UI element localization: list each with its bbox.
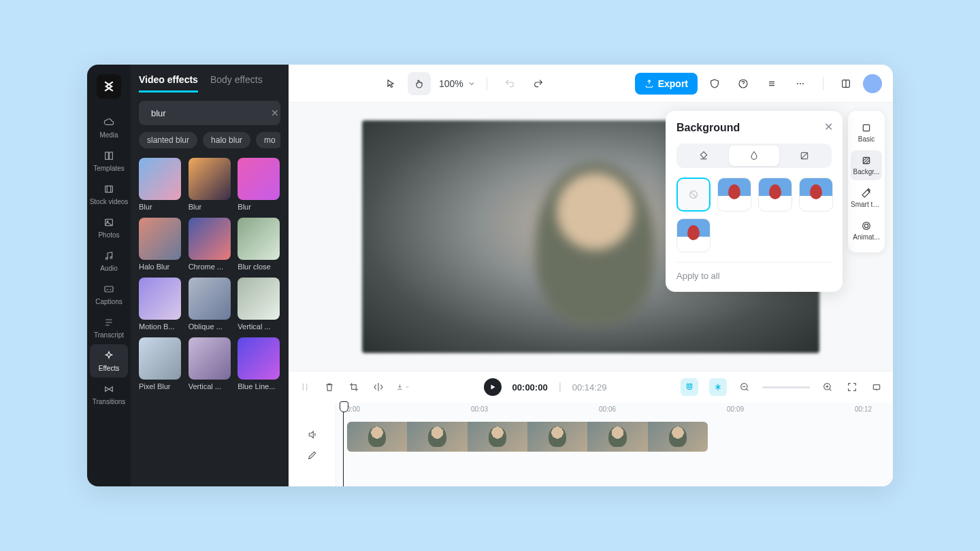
nav-sidebar: Media Templates Stock videos Photos Audi… xyxy=(87,65,131,486)
search-box[interactable]: ✕ xyxy=(139,101,280,125)
zoom-level[interactable]: 100% xyxy=(439,78,476,89)
sparkle-icon xyxy=(103,350,115,362)
seg-blur[interactable] xyxy=(729,146,779,166)
snap-toggle[interactable] xyxy=(709,378,727,396)
nav-media[interactable]: Media xyxy=(87,111,131,144)
rail-label: Basic xyxy=(858,135,875,143)
zoom-slider[interactable] xyxy=(762,386,810,388)
zoom-in-icon[interactable] xyxy=(821,380,834,394)
tracks-area[interactable]: 00:00 00:03 00:06 00:09 00:12 xyxy=(289,403,893,486)
nav-label: Photos xyxy=(98,231,119,239)
effect-label: Oblique ... xyxy=(189,322,231,331)
crop-icon[interactable] xyxy=(347,380,361,394)
video-clip[interactable] xyxy=(347,422,708,452)
nav-stock-videos[interactable]: Stock videos xyxy=(87,178,131,211)
svg-rect-7 xyxy=(105,286,113,292)
nav-audio[interactable]: Audio xyxy=(87,244,131,278)
cursor-tool[interactable] xyxy=(379,72,402,95)
bg-option-none[interactable] xyxy=(676,178,710,212)
svg-point-12 xyxy=(802,83,804,84)
clip-frame xyxy=(347,422,407,452)
magnet-toggle[interactable] xyxy=(681,378,698,396)
layout-icon[interactable] xyxy=(834,72,858,95)
nav-transcript[interactable]: Transcript xyxy=(87,311,131,344)
effect-label: Blur xyxy=(238,203,280,211)
apply-to-all[interactable]: Apply to all xyxy=(676,262,832,281)
effect-item[interactable]: Halo Blur xyxy=(139,218,182,271)
download-icon[interactable] xyxy=(396,380,410,394)
background-type-segment xyxy=(676,144,832,168)
search-input[interactable] xyxy=(151,108,265,118)
bg-option-2[interactable] xyxy=(758,178,792,212)
speaker-icon[interactable] xyxy=(307,429,318,440)
effect-label: Blur xyxy=(139,203,181,211)
effect-item[interactable]: Vertical ... xyxy=(189,337,231,390)
clear-icon[interactable]: ✕ xyxy=(271,107,279,118)
hand-tool[interactable] xyxy=(408,72,431,95)
effect-item[interactable]: Pixel Blur xyxy=(139,337,182,390)
rail-animation[interactable]: Animat... xyxy=(851,216,882,246)
nav-captions[interactable]: Captions xyxy=(87,278,131,311)
effect-item[interactable]: Blur xyxy=(189,158,231,211)
rail-basic[interactable]: Basic xyxy=(851,118,882,148)
effect-item[interactable]: Oblique ... xyxy=(189,278,231,331)
effect-item[interactable]: Blur close xyxy=(238,218,280,271)
nav-templates[interactable]: Templates xyxy=(87,144,131,178)
settings-icon[interactable] xyxy=(760,72,783,95)
user-avatar[interactable] xyxy=(863,74,882,93)
fullscreen-icon[interactable] xyxy=(845,380,859,394)
rail-smart-tools[interactable]: Smart tools xyxy=(851,183,882,213)
edit-icon[interactable] xyxy=(307,450,318,461)
svg-point-6 xyxy=(110,256,112,258)
divider xyxy=(823,77,823,90)
trash-icon[interactable] xyxy=(323,380,336,394)
nav-label: Transitions xyxy=(93,398,126,405)
seg-image[interactable] xyxy=(779,146,830,166)
app-logo[interactable] xyxy=(97,74,121,99)
bg-option-4[interactable] xyxy=(676,218,710,252)
effect-item[interactable]: Chrome ... xyxy=(189,218,231,271)
help-icon[interactable] xyxy=(732,72,755,95)
more-icon[interactable] xyxy=(789,72,812,95)
play-button[interactable] xyxy=(484,378,502,396)
top-toolbar: 100% Export xyxy=(289,65,893,103)
redo-button[interactable] xyxy=(527,72,550,95)
chevron-down-icon xyxy=(405,382,410,393)
svg-point-11 xyxy=(800,83,801,84)
effect-item[interactable]: Blur xyxy=(238,158,280,211)
chip-halo-blur[interactable]: halo blur xyxy=(203,132,250,148)
split-icon[interactable] xyxy=(298,380,312,394)
tab-video-effects[interactable]: Video effects xyxy=(139,74,198,93)
effect-item[interactable]: Motion B... xyxy=(139,278,182,331)
mirror-icon[interactable] xyxy=(372,380,385,394)
fit-icon[interactable] xyxy=(870,380,883,394)
export-button[interactable]: Export xyxy=(635,73,698,95)
effect-label: Vertical ... xyxy=(189,382,231,390)
effect-item[interactable]: Blue Line... xyxy=(238,337,280,390)
undo-button[interactable] xyxy=(498,72,521,95)
tab-body-effects[interactable]: Body effects xyxy=(210,74,263,93)
effect-thumb xyxy=(238,337,280,380)
nav-transitions[interactable]: Transitions xyxy=(87,378,131,411)
chip-slanted-blur[interactable]: slanted blur xyxy=(139,132,197,148)
background-options xyxy=(676,178,832,252)
bg-option-1[interactable] xyxy=(717,178,751,212)
effect-thumb xyxy=(189,337,231,380)
zoom-out-icon[interactable] xyxy=(738,380,751,394)
bg-option-3[interactable] xyxy=(799,178,833,212)
suggestion-chips: slanted blur halo blur mo xyxy=(139,132,280,148)
effect-item[interactable]: Vertical ... xyxy=(238,278,280,331)
svg-rect-1 xyxy=(110,152,113,160)
seg-color[interactable] xyxy=(679,146,729,166)
paint-icon xyxy=(698,150,709,161)
shield-icon[interactable] xyxy=(703,72,726,95)
main-area: 100% Export Basic Backgr... Smart tools … xyxy=(289,65,893,486)
clip-frame xyxy=(468,422,527,452)
nav-effects[interactable]: Effects xyxy=(90,344,128,378)
nav-photos[interactable]: Photos xyxy=(87,211,131,244)
close-icon[interactable]: ✕ xyxy=(824,120,833,133)
svg-rect-2 xyxy=(105,186,113,192)
effect-item[interactable]: Blur xyxy=(139,158,182,211)
chip-more[interactable]: mo xyxy=(256,132,280,148)
rail-background[interactable]: Backgr... xyxy=(851,150,882,180)
